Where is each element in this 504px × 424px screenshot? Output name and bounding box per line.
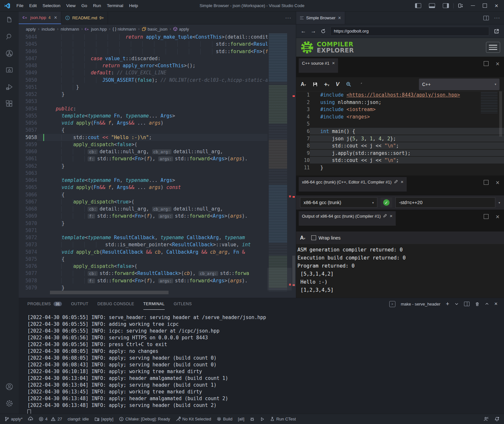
code-line[interactable]: 5053 (19, 98, 296, 105)
close-panel-icon[interactable]: × (494, 301, 498, 307)
hamburger-menu-icon[interactable] (486, 42, 500, 53)
account-icon[interactable] (0, 378, 19, 395)
search-icon[interactable] (0, 28, 19, 45)
explorer-icon[interactable] (0, 12, 19, 28)
menu-selection[interactable]: Selection (40, 0, 63, 12)
source-pane-tab[interactable]: C++ source #1× (299, 58, 338, 73)
code-line[interactable]: 5076 apply_dispatch<false>( (19, 263, 296, 270)
menu-terminal[interactable]: Terminal (104, 0, 126, 12)
compiler-select[interactable]: x86-64 gcc (trunk)▾ (300, 197, 377, 208)
browser-scrollbar-thumb[interactable] (499, 91, 502, 137)
code-line[interactable]: 5077 cb:std::forward<ResultCallback>(cb)… (19, 270, 296, 277)
kill-terminal-icon[interactable] (475, 302, 480, 306)
editor-more-actions[interactable]: ··· (281, 12, 296, 24)
maximize-panel-icon[interactable] (485, 302, 489, 306)
close-tab-icon[interactable]: × (338, 15, 341, 21)
sync-changes-button[interactable] (28, 417, 33, 421)
menu-help[interactable]: Help (126, 0, 141, 12)
close-window-icon[interactable]: × (495, 3, 498, 9)
forward-icon[interactable]: → (311, 28, 316, 34)
settings-gear-icon[interactable] (0, 395, 19, 412)
code-line[interactable]: 5051 } (19, 84, 296, 91)
maximize-pane-icon[interactable] (484, 61, 489, 66)
minimize-icon[interactable] (471, 5, 475, 6)
menu-go[interactable]: Go (79, 0, 90, 12)
code-line[interactable]: 10 std::cout << j << "\n"; (296, 157, 504, 164)
edit-title-icon[interactable] (394, 180, 398, 184)
code-editor[interactable]: 5044 return apply_make_tuple<ConstThis>(… (19, 33, 296, 291)
menu-run[interactable]: Run (90, 0, 104, 12)
panel-tab-gitlens[interactable]: GITLENS (174, 298, 192, 310)
code-line[interactable]: 2using nlohmann::json; (296, 99, 504, 106)
code-line[interactable]: 5052 } (19, 91, 296, 98)
tab-readme-md[interactable]: README.md 9+ (61, 12, 108, 24)
code-line[interactable]: 5062 } (19, 163, 296, 170)
code-line[interactable]: 5064 template<typename Fn, typename... A… (19, 177, 296, 184)
close-icon[interactable]: × (401, 180, 403, 184)
code-line[interactable]: 5066 { (19, 191, 296, 198)
cmake-status[interactable]: CMake: [Debug]: Ready (119, 417, 170, 421)
quick-bench-icon[interactable] (358, 81, 363, 87)
extensions-icon[interactable] (0, 95, 19, 112)
cmake-project-status[interactable]: [apply] (94, 417, 113, 421)
code-line[interactable]: 5050 JSON_ASSERT(false); // NOLINT(cert-… (19, 77, 296, 84)
code-line[interactable]: 5073 std::is_member_pointer<ResultCallba… (19, 241, 296, 248)
cmake-icon[interactable] (0, 62, 19, 79)
code-line[interactable]: 5 (296, 120, 504, 128)
kit-selection-status[interactable]: No Kit Selected (176, 417, 211, 421)
horizontal-scrollbar-thumb[interactable] (50, 291, 169, 294)
run-and-debug-icon[interactable] (0, 79, 19, 95)
code-line[interactable]: 5063 (19, 170, 296, 177)
menu-file[interactable]: File (14, 0, 26, 12)
menu-view[interactable]: View (63, 0, 79, 12)
language-select[interactable]: C++▾ (419, 79, 499, 90)
code-line[interactable]: 5079 } (19, 284, 296, 291)
code-line[interactable]: 5072 template<typename ResultCallback, t… (19, 234, 296, 241)
font-size-button[interactable]: A▾ (300, 235, 305, 241)
breadcrumb-item[interactable]: include (42, 27, 55, 32)
url-input[interactable]: https://godbolt.org (330, 27, 489, 36)
code-line[interactable]: 5044 return apply_make_tuple<ConstThis>(… (19, 33, 296, 41)
panel-tab-problems[interactable]: PROBLEMS31 (27, 298, 62, 310)
code-line[interactable]: 5055 template<typename Fn, typename... A… (19, 112, 296, 119)
feedback-icon[interactable] (483, 417, 489, 421)
code-line[interactable]: 5078 f:std::forward<Fn>(f), args:std::fo… (19, 277, 296, 284)
code-line[interactable]: 5057 { (19, 127, 296, 134)
code-line[interactable]: 5061 f:std::forward<Fn>(f), args:std::fo… (19, 155, 296, 162)
code-line[interactable]: 7 json j{5, 3, 1, 4, 2}; (296, 135, 504, 143)
panel-tab-debug-console[interactable]: DEBUG CONSOLE (97, 298, 134, 310)
run-ctest-button[interactable]: Run CTest (270, 417, 296, 421)
breadcrumb-item[interactable]: apply (173, 27, 189, 32)
code-line[interactable]: 5071 (19, 227, 296, 234)
panel-tab-terminal[interactable]: TERMINAL (143, 298, 165, 310)
source-control-icon[interactable] (0, 45, 19, 62)
search-icon[interactable] (346, 81, 351, 87)
minimap-viewport[interactable] (267, 268, 292, 290)
vim-toggle-icon[interactable]: V (336, 81, 339, 88)
maximize-pane-icon[interactable] (484, 180, 489, 185)
clangd-status[interactable]: clangd: idle (68, 417, 89, 421)
add-pane-button[interactable]: +▾ (324, 81, 329, 88)
code-line[interactable]: 5054 public: (19, 105, 296, 112)
code-line[interactable]: 5060 cb:detail::null_arg, cb_arg:detail:… (19, 148, 296, 155)
code-line[interactable]: 3#include <iostream> (296, 106, 504, 113)
code-line[interactable]: 5059 apply_dispatch<false>( (19, 141, 296, 148)
code-line[interactable]: 5067 apply_dispatch<true>( (19, 198, 296, 205)
code-line[interactable]: 5068 cb:detail::null_arg, cb_arg:detail:… (19, 205, 296, 212)
toggle-secondary-sidebar-icon[interactable] (443, 3, 449, 8)
breadcrumb-item[interactable]: apply (26, 27, 36, 32)
code-line[interactable]: 5046 std::forward<Fn>(f), (19, 48, 296, 55)
code-line[interactable]: 5069 f:std::forward<Fn>(f), args:std::fo… (19, 212, 296, 220)
terminal-output[interactable]: [2022-04-30 06:05:55] INFO: serve_header… (19, 310, 504, 409)
code-line[interactable]: 11} (296, 164, 504, 172)
browser-more-actions[interactable]: ··· (494, 15, 500, 21)
editor-scrollbar[interactable] (292, 33, 296, 291)
code-line[interactable]: 5074 void apply_cb(ResultCallback && cb,… (19, 249, 296, 256)
breadcrumb-item[interactable]: nlohmann (61, 27, 79, 32)
code-line[interactable]: 5045 std::forward<ResultType> (19, 41, 296, 48)
close-pane-icon[interactable]: × (496, 61, 499, 66)
terminal-title[interactable]: make - serve_header (401, 302, 441, 306)
open-external-icon[interactable] (494, 28, 499, 34)
edit-title-icon[interactable] (383, 214, 387, 218)
wrap-lines-checkbox[interactable] (311, 235, 316, 240)
